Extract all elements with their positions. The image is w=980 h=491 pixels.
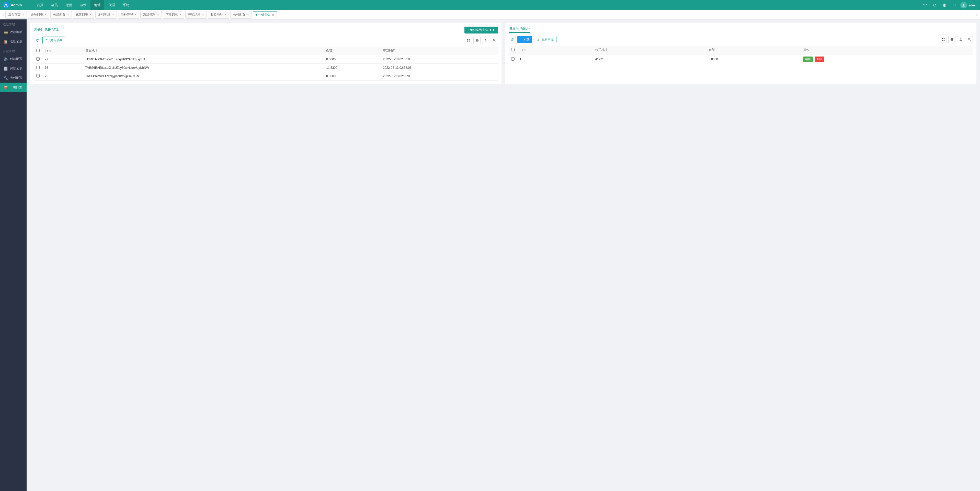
sidebar-item-label-collect-address: 收款地址: [10, 30, 22, 34]
col-checkbox: [34, 46, 42, 55]
sidebar-group-title-collect: 收款管理: [0, 19, 27, 27]
cell-time-75: 2022-06-13 02:38:06: [380, 72, 498, 81]
right-panel: 归集到的地址 + 添加 更新余额: [505, 23, 977, 84]
tab-login-log[interactable]: 下注记录 ✕: [163, 11, 184, 19]
one-click-collect-btn[interactable]: 一键归集到归集 ▶▶: [465, 27, 498, 33]
sidebar-item-collect-record[interactable]: 📋 收款记录: [0, 37, 27, 46]
cell-address-75: TACFkserNvTT7xbljyphNzfz2jpRe3tHar: [83, 72, 324, 81]
user-icon-left[interactable]: [482, 37, 489, 44]
tab-close-transfer[interactable]: ✕: [112, 13, 114, 16]
left-update-balance-btn[interactable]: 更新余额: [43, 37, 65, 44]
right-select-all-checkbox[interactable]: [511, 48, 515, 51]
tab-close-collect-addr[interactable]: ✕: [224, 13, 226, 16]
fullscreen-icon[interactable]: [951, 2, 958, 9]
tab-game-mgmt[interactable]: 游戏管理 ✕: [140, 11, 162, 19]
sidebar-item-pay-config[interactable]: ⚙️ 付款配置: [0, 54, 27, 64]
avatar: [960, 2, 967, 8]
sidebar-item-collect-address[interactable]: 💳 收款地址: [0, 27, 27, 37]
right-col-checkbox: [509, 46, 517, 54]
right-update-balance-btn[interactable]: 更新余额: [534, 36, 557, 43]
sidebar-item-collect-config[interactable]: 🔧 收付配置: [0, 73, 27, 83]
tab-scroll: 后台首页 ✕ 会员列表 ✕ 分组配置 ✕ 充值列表 ✕ 划转明细 ✕ 币种管理 …: [5, 11, 974, 19]
delete-btn-1[interactable]: 删除: [815, 56, 824, 62]
right-refresh-btn[interactable]: [509, 36, 516, 43]
nav-operation[interactable]: 运营: [62, 0, 76, 10]
select-all-checkbox[interactable]: [36, 49, 40, 52]
search-icon-right[interactable]: [966, 36, 973, 43]
refresh-icon[interactable]: [931, 2, 938, 9]
sidebar-item-pay-record[interactable]: 📄 付款记录: [0, 64, 27, 73]
tab-close-dashboard[interactable]: ✕: [22, 13, 24, 16]
id-sort-icon[interactable]: ⇅: [49, 49, 51, 53]
tab-members[interactable]: 会员列表 ✕: [28, 11, 49, 19]
col-balance: 余额: [324, 46, 380, 55]
user-icon-right[interactable]: [957, 36, 964, 43]
wifi-icon[interactable]: [921, 2, 929, 9]
tab-dashboard[interactable]: 后台首页 ✕: [5, 11, 27, 19]
right-id-sort-icon[interactable]: ⇅: [524, 49, 526, 52]
left-table: ID ⇅ 归集地址 余额 更新时间: [34, 46, 498, 81]
right-cell-address-1: 41221: [593, 54, 706, 64]
right-row-checkbox-1[interactable]: [511, 57, 515, 61]
sidebar-item-one-collect[interactable]: 📦 一键归集: [0, 83, 27, 92]
right-table-header-row: ID ⇅ 收币地址 余额 操作: [509, 46, 973, 54]
nav-home[interactable]: 首页: [33, 0, 47, 10]
col-id: ID ⇅: [42, 46, 83, 55]
cell-time-76: 2022-06-13 02:38:06: [380, 64, 498, 72]
table-row: 76 TVBS6EAE8ca1X1oKJZsy5GeHcunxUyUhNW 11…: [34, 64, 498, 72]
tab-close-login-log[interactable]: ✕: [180, 13, 181, 16]
sidebar: 收款管理 💳 收款地址 📋 收款记录 付款管理 ⚙️ 付款配置 📄 付款记录 🔧…: [0, 19, 27, 491]
grid-icon-left[interactable]: [465, 37, 472, 44]
right-col-id: ID ⇅: [517, 46, 593, 54]
nav-member[interactable]: 会员: [48, 0, 61, 10]
tab-close-members[interactable]: ✕: [45, 13, 46, 16]
nav-system[interactable]: 系统: [119, 0, 133, 10]
tab-distribution[interactable]: 分组配置 ✕: [50, 11, 72, 19]
collect-config-icon: 🔧: [3, 76, 8, 80]
tab-prev-btn[interactable]: ‹: [2, 13, 5, 17]
left-refresh-btn[interactable]: [34, 37, 41, 44]
tab-one-collect[interactable]: 一键归集 ✕: [253, 11, 277, 19]
tab-close-distribution[interactable]: ✕: [67, 13, 69, 16]
edit-btn-1[interactable]: 编辑: [803, 56, 813, 62]
row-checkbox-76[interactable]: [36, 66, 40, 69]
tab-close-collect-config[interactable]: ✕: [247, 13, 249, 16]
col-address: 归集地址: [83, 46, 324, 55]
right-toolbar-right: [940, 36, 973, 43]
tab-close-open-result[interactable]: ✕: [202, 13, 204, 16]
search-icon-left[interactable]: [491, 37, 498, 44]
tab-transfer[interactable]: 划转明细 ✕: [95, 11, 117, 19]
tab-close-one-collect[interactable]: ✕: [272, 14, 274, 16]
row-checkbox-77[interactable]: [36, 57, 40, 61]
user-info[interactable]: admin: [960, 2, 977, 8]
tab-close-currency[interactable]: ✕: [134, 13, 137, 16]
tab-open-result[interactable]: 开奖结果 ✕: [185, 11, 207, 19]
nav-address[interactable]: 地址: [91, 0, 104, 10]
left-toolbar: 更新余额: [34, 37, 498, 44]
print-icon-left[interactable]: [473, 37, 480, 44]
grid-icon-right[interactable]: [940, 36, 947, 43]
tab-next-btn[interactable]: ›: [975, 13, 978, 17]
nav-game[interactable]: 游戏: [76, 0, 90, 10]
cell-id-75: 75: [42, 72, 83, 81]
tab-currency[interactable]: 币种管理 ✕: [118, 11, 139, 19]
tab-close-recharge[interactable]: ✕: [89, 13, 92, 16]
content-row: 需要归集的地址 一键归集到归集 ▶▶ 更新余额: [30, 23, 977, 84]
tab-recharge[interactable]: 充值列表 ✕: [73, 11, 94, 19]
print-icon-right[interactable]: [948, 36, 955, 43]
sidebar-item-label-pay-record: 付款记录: [10, 66, 22, 70]
nav-agent[interactable]: 代理: [105, 0, 119, 10]
row-checkbox-75[interactable]: [36, 74, 40, 78]
right-add-btn[interactable]: + 添加: [517, 36, 532, 43]
left-panel-title: 需要归集的地址: [34, 27, 59, 33]
delete-icon[interactable]: [941, 2, 948, 9]
tab-collect-addr[interactable]: 收款地址 ✕: [208, 11, 229, 19]
right-panel-title: 归集到的地址: [509, 27, 530, 33]
active-dot: [256, 14, 257, 16]
tab-collect-config[interactable]: 收付配置 ✕: [230, 11, 252, 19]
top-navigation: Admin 首页 会员 运营 游戏 地址 代理 系统 admin: [0, 0, 980, 10]
tab-close-game-mgmt[interactable]: ✕: [157, 13, 159, 16]
left-panel-header: 需要归集的地址 一键归集到归集 ▶▶: [34, 27, 498, 33]
sidebar-item-label-collect-config: 收付配置: [10, 76, 22, 80]
logo-icon: [3, 2, 9, 8]
